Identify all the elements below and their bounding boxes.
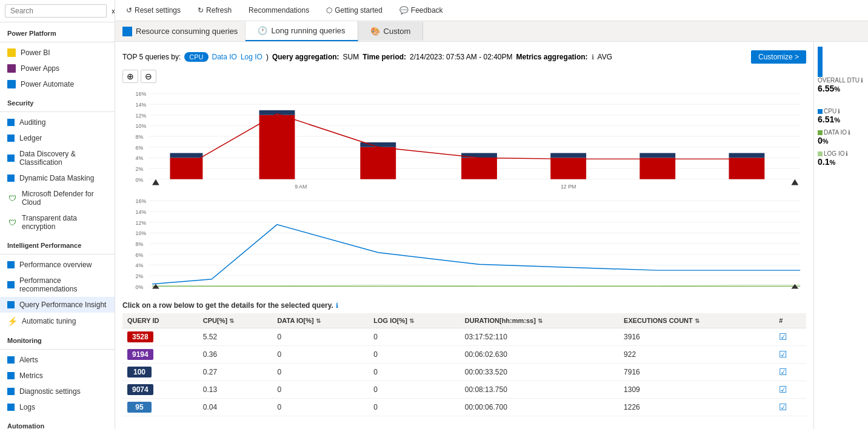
cell-duration: 00:00:33.520: [460, 364, 619, 381]
svg-text:4%: 4%: [136, 262, 144, 268]
svg-text:6%: 6%: [136, 145, 144, 151]
sidebar-item-metrics[interactable]: Metrics: [0, 368, 115, 384]
sidebar-item-auditing[interactable]: Auditing: [0, 115, 115, 130]
sort-icon-data-io: ⇅: [316, 318, 321, 324]
tab-long-running[interactable]: 🕐 Long running queries: [245, 21, 358, 41]
log-io-metric-value: 0.1%: [818, 157, 864, 167]
sidebar-item-diag-settings[interactable]: Diagnostic settings: [0, 384, 115, 399]
overall-dtu-metric: OVERALL DTU ℹ 6.55%: [818, 47, 864, 93]
svg-text:14%: 14%: [136, 102, 147, 108]
metrics-agg-value: AVG: [598, 53, 612, 61]
table-row[interactable]: 95 0.04 0 0 00:00:06.700 1226 ☑: [122, 399, 806, 416]
col-cpu-label: CPU[%]: [203, 317, 227, 324]
bar-2-red: [259, 115, 295, 179]
query-agg-value: SUM: [343, 53, 359, 61]
sidebar-item-defender[interactable]: 🛡 Microsoft Defender for Cloud: [0, 186, 115, 210]
col-log-io[interactable]: LOG IO[%] ⇅: [369, 313, 459, 328]
sidebar-item-perf-recommendations[interactable]: Performance recommendations: [0, 273, 115, 297]
table-row[interactable]: 100 0.27 0 0 00:00:33.520 7916 ☑: [122, 364, 806, 381]
table-note-text: Click on a row below to get the details …: [122, 301, 333, 310]
bar-6-red: [639, 158, 675, 179]
sidebar-item-logs[interactable]: Logs: [0, 399, 115, 415]
power-apps-icon: [7, 64, 16, 73]
svg-text:6%: 6%: [136, 252, 144, 258]
sidebar-item-auto-tuning[interactable]: ⚡ Automatic tuning: [0, 313, 115, 330]
sidebar-item-transparent-enc[interactable]: 🛡 Transparent data encryption: [0, 210, 115, 234]
bar-chart-container: 16% 14% 12% 10% 8% 6% 4% 2% 0%: [122, 88, 806, 193]
svg-text:12%: 12%: [136, 220, 147, 226]
table-row[interactable]: 9074 0.13 0 0 00:08:13.750 1309 ☑: [122, 381, 806, 399]
time-period-value: 2/14/2023: 07:53 AM - 02:40PM: [410, 53, 512, 61]
sidebar-item-query-perf[interactable]: Query Performance Insight: [0, 297, 115, 313]
sidebar-item-perf-overview[interactable]: Performance overview: [0, 257, 115, 273]
ledger-icon: [7, 135, 15, 142]
feedback-button[interactable]: 💬 Feedback: [396, 4, 447, 17]
getting-started-label: Getting started: [335, 6, 382, 15]
query-agg-label: ): [266, 53, 269, 61]
cell-checkbox[interactable]: ☑: [774, 399, 806, 416]
sort-icon-exec-count: ⇅: [695, 318, 699, 324]
log-io-filter-button[interactable]: Log IO: [241, 53, 262, 61]
search-input[interactable]: [5, 4, 107, 18]
tab-custom[interactable]: 🎨 Custom: [358, 22, 424, 41]
reset-settings-button[interactable]: ↺ Reset settings: [122, 4, 184, 17]
row-checkbox[interactable]: ☑: [779, 349, 787, 359]
cell-checkbox[interactable]: ☑: [774, 381, 806, 399]
customize-button[interactable]: Customize >: [751, 50, 806, 64]
sidebar-item-dynamic-masking[interactable]: Dynamic Data Masking: [0, 170, 115, 186]
sidebar-item-label: Microsoft Defender for Cloud: [22, 190, 107, 207]
sidebar-item-power-apps[interactable]: Power Apps: [0, 61, 115, 76]
sort-icon-duration: ⇅: [538, 318, 542, 324]
col-log-io-label: LOG IO[%]: [373, 317, 407, 324]
col-query-id-label: QUERY ID: [127, 317, 159, 324]
sidebar-item-label: Power BI: [21, 48, 50, 57]
cell-checkbox[interactable]: ☑: [774, 364, 806, 381]
sidebar-item-label: Auditing: [19, 118, 45, 127]
tab-label: Long running queries: [271, 26, 345, 35]
zoom-out-button[interactable]: ⊖: [141, 70, 156, 83]
bar-1-red: [170, 158, 202, 179]
collapse-button[interactable]: »: [109, 4, 115, 18]
row-checkbox[interactable]: ☑: [779, 384, 787, 394]
cell-query-id: 100: [122, 364, 198, 381]
bar-6-blue: [639, 153, 675, 158]
table-row[interactable]: 3528 5.52 0 0 03:17:52:110 3916 ☑: [122, 328, 806, 346]
cell-duration: 00:06:02.630: [460, 346, 619, 364]
data-io-filter-button[interactable]: Data IO: [212, 53, 237, 61]
sidebar-item-alerts[interactable]: Alerts: [0, 352, 115, 368]
recommendations-button[interactable]: Recommendations: [245, 4, 313, 17]
sidebar-item-power-bi[interactable]: Power BI: [0, 45, 115, 61]
col-data-io[interactable]: DATA IO[%] ⇅: [272, 313, 369, 328]
tab-section-label: Resource consuming queries: [115, 22, 245, 41]
side-metrics-panel: OVERALL DTU ℹ 6.55% CPU ℹ 6.51%: [813, 42, 868, 429]
sidebar-item-data-discovery[interactable]: Data Discovery & Classification: [0, 146, 115, 170]
metrics-agg-info-icon: ℹ: [592, 53, 594, 61]
row-checkbox[interactable]: ☑: [779, 367, 787, 377]
row-checkbox[interactable]: ☑: [779, 402, 787, 412]
logs-icon: [7, 404, 15, 411]
cell-checkbox[interactable]: ☑: [774, 328, 806, 346]
cell-duration: 03:17:52:110: [460, 328, 619, 346]
data-io-metric: DATA IO ℹ 0%: [818, 129, 864, 145]
bar-4-red: [461, 158, 497, 179]
cpu-filter-button[interactable]: CPU: [184, 52, 208, 62]
col-duration[interactable]: DURATION[hh:mm:ss] ⇅: [460, 313, 619, 328]
sidebar-item-ledger[interactable]: Ledger: [0, 130, 115, 146]
cell-checkbox[interactable]: ☑: [774, 346, 806, 364]
top5-prefix: TOP 5 queries by:: [122, 53, 181, 61]
cpu-metric-value: 6.51%: [818, 115, 864, 124]
sidebar-item-label: Performance overview: [19, 261, 92, 269]
table-row[interactable]: 9194 0.36 0 0 00:06:02.630 922 ☑: [122, 346, 806, 364]
data-discovery-icon: [7, 155, 15, 162]
refresh-button[interactable]: ↻ Refresh: [194, 4, 235, 17]
cell-cpu: 5.52: [198, 328, 273, 346]
sidebar-item-power-automate[interactable]: Power Automate: [0, 76, 115, 92]
zoom-in-button[interactable]: ⊕: [122, 70, 138, 83]
getting-started-button[interactable]: ⬡ Getting started: [322, 4, 386, 17]
col-cpu[interactable]: CPU[%] ⇅: [198, 313, 273, 328]
cell-cpu: 0.04: [198, 399, 273, 416]
sidebar-item-label: Dynamic Data Masking: [19, 174, 94, 182]
col-exec-count[interactable]: EXECUTIONS COUNT ⇅: [619, 313, 774, 328]
dynamic-masking-icon: [7, 175, 15, 182]
row-checkbox[interactable]: ☑: [779, 331, 787, 342]
